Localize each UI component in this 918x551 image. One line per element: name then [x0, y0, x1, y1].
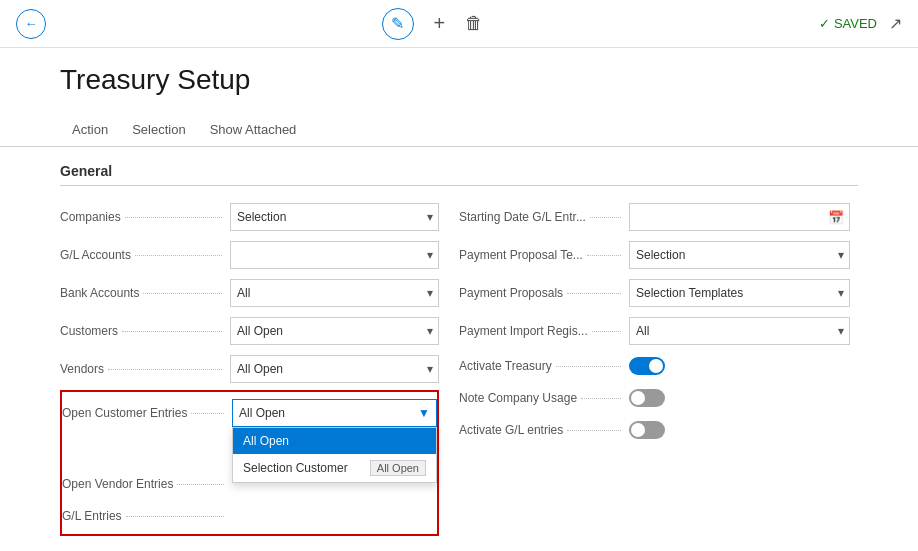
form-right-column: Starting Date G/L Entr... 📅 Payment Prop…: [459, 198, 858, 538]
calendar-icon[interactable]: 📅: [828, 210, 844, 225]
tab-action[interactable]: Action: [60, 114, 120, 147]
toggle-knob-3: [631, 423, 645, 437]
tab-show-attached[interactable]: Show Attached: [198, 114, 309, 147]
saved-status: ✓ SAVED: [819, 16, 877, 31]
gl-accounts-select-wrap: [230, 241, 439, 269]
label-bank-accounts: Bank Accounts: [60, 286, 230, 300]
vendors-select-wrap: All Open: [230, 355, 439, 383]
payment-proposal-te-wrap: Selection: [629, 241, 850, 269]
edit-icon: ✎: [391, 14, 404, 33]
label-gl-entries: G/L Entries: [62, 509, 232, 523]
customers-select[interactable]: All Open: [230, 317, 439, 345]
field-customers: Customers All Open: [60, 312, 439, 350]
field-bank-accounts: Bank Accounts All: [60, 274, 439, 312]
payment-proposals-select[interactable]: Selection Templates: [629, 279, 850, 307]
gl-accounts-select[interactable]: [230, 241, 439, 269]
edit-button[interactable]: ✎: [382, 8, 414, 40]
delete-button[interactable]: 🗑: [465, 13, 483, 34]
label-payment-proposals: Payment Proposals: [459, 286, 629, 300]
toolbar-left: ←: [16, 9, 46, 39]
payment-proposal-te-select[interactable]: Selection: [629, 241, 850, 269]
form-left-column: Companies Selection G/L Accounts Ba: [60, 198, 459, 538]
form-grid: Companies Selection G/L Accounts Ba: [60, 198, 858, 538]
toggle-knob-2: [631, 391, 645, 405]
expand-icon: ↗: [889, 15, 902, 32]
label-payment-import-regis: Payment Import Regis...: [459, 324, 629, 338]
add-icon: +: [434, 12, 446, 35]
open-dropdown-group: Open Customer Entries All Open ▼ All Ope…: [60, 390, 439, 536]
activate-gl-entries-toggle[interactable]: [629, 421, 665, 439]
dropdown-item-text: Selection Customer: [243, 461, 348, 475]
label-payment-proposal-te: Payment Proposal Te...: [459, 248, 629, 262]
field-payment-proposal-te: Payment Proposal Te... Selection: [459, 236, 858, 274]
activate-treasury-wrap: [629, 357, 850, 375]
back-button[interactable]: ←: [16, 9, 46, 39]
tab-selection[interactable]: Selection: [120, 114, 197, 147]
label-note-company-usage: Note Company Usage: [459, 391, 629, 405]
customers-select-wrap: All Open: [230, 317, 439, 345]
note-company-usage-wrap: [629, 389, 850, 407]
back-icon: ←: [25, 16, 38, 31]
payment-import-regis-wrap: All: [629, 317, 850, 345]
field-starting-date: Starting Date G/L Entr... 📅: [459, 198, 858, 236]
open-customer-entries-value: All Open: [239, 406, 285, 420]
open-customer-entries-dropdown: All Open Selection Customer All Open: [232, 427, 437, 483]
dropdown-chevron-icon: ▼: [418, 406, 430, 420]
dropdown-item-tag: All Open: [370, 460, 426, 476]
bank-accounts-select[interactable]: All: [230, 279, 439, 307]
field-companies: Companies Selection: [60, 198, 439, 236]
activate-gl-entries-wrap: [629, 421, 850, 439]
page-title: Treasury Setup: [60, 64, 858, 96]
field-gl-entries: G/L Entries: [62, 500, 437, 532]
label-open-customer-entries: Open Customer Entries: [62, 406, 232, 420]
label-companies: Companies: [60, 210, 230, 224]
checkmark-icon: ✓: [819, 16, 830, 31]
note-company-usage-toggle[interactable]: [629, 389, 665, 407]
delete-icon: 🗑: [465, 13, 483, 34]
label-activate-gl-entries: Activate G/L entries: [459, 423, 629, 437]
vendors-select[interactable]: All Open: [230, 355, 439, 383]
nav-tabs: Action Selection Show Attached: [0, 114, 918, 147]
field-payment-import-regis: Payment Import Regis... All: [459, 312, 858, 350]
add-button[interactable]: +: [434, 12, 446, 35]
bank-accounts-select-wrap: All: [230, 279, 439, 307]
companies-select-wrap: Selection: [230, 203, 439, 231]
label-starting-date: Starting Date G/L Entr...: [459, 210, 629, 224]
saved-text: SAVED: [834, 16, 877, 31]
label-open-vendor-entries: Open Vendor Entries: [62, 477, 232, 491]
section-title-general: General: [60, 163, 858, 186]
label-customers: Customers: [60, 324, 230, 338]
field-payment-proposals: Payment Proposals Selection Templates: [459, 274, 858, 312]
field-gl-accounts: G/L Accounts: [60, 236, 439, 274]
payment-proposals-wrap: Selection Templates: [629, 279, 850, 307]
page-header: Treasury Setup: [0, 48, 918, 114]
field-open-customer-entries: Open Customer Entries All Open ▼ All Ope…: [62, 394, 437, 432]
field-activate-treasury: Activate Treasury: [459, 350, 858, 382]
label-activate-treasury: Activate Treasury: [459, 359, 629, 373]
open-customer-entries-select[interactable]: All Open ▼: [232, 399, 437, 427]
open-customer-entries-wrap: All Open ▼ All Open Selection Customer A…: [232, 399, 437, 427]
starting-date-wrap: 📅: [629, 203, 850, 231]
dropdown-item-all-open[interactable]: All Open: [233, 428, 436, 454]
toolbar: ← ✎ + 🗑 ✓ SAVED ↗: [0, 0, 918, 48]
label-gl-accounts: G/L Accounts: [60, 248, 230, 262]
toggle-knob: [649, 359, 663, 373]
toolbar-right: ✓ SAVED ↗: [819, 14, 902, 33]
field-vendors: Vendors All Open: [60, 350, 439, 388]
dropdown-item-selection-customer[interactable]: Selection Customer All Open: [233, 454, 436, 482]
toolbar-center: ✎ + 🗑: [382, 8, 484, 40]
expand-button[interactable]: ↗: [889, 14, 902, 33]
field-note-company-usage: Note Company Usage: [459, 382, 858, 414]
companies-select[interactable]: Selection: [230, 203, 439, 231]
starting-date-input[interactable]: [629, 203, 850, 231]
label-vendors: Vendors: [60, 362, 230, 376]
activate-treasury-toggle[interactable]: [629, 357, 665, 375]
main-content: General Companies Selection G/L Accounts: [0, 163, 918, 538]
payment-import-regis-select[interactable]: All: [629, 317, 850, 345]
field-activate-gl-entries: Activate G/L entries: [459, 414, 858, 446]
